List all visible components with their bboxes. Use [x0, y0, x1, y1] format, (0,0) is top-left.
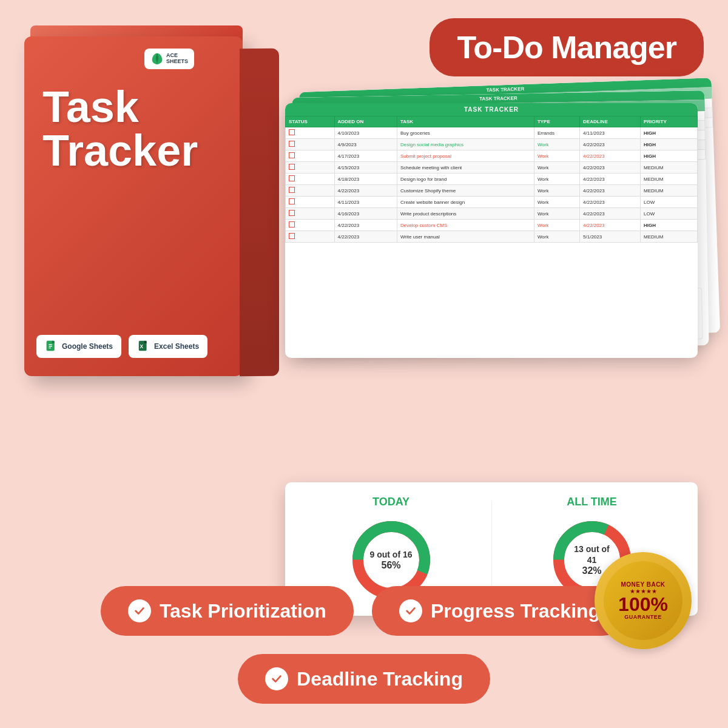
svg-rect-3	[49, 346, 52, 346]
excel-sheets-badge: X Excel Sheets	[129, 335, 207, 358]
spreadsheet-header: TASK TRACKER	[285, 103, 698, 116]
checkmark-svg-2	[404, 604, 417, 618]
money-back-line1: MONEY BACK	[621, 581, 665, 588]
today-count: 9 out of 16	[370, 549, 413, 560]
donut-divider	[491, 500, 492, 598]
box-badges: Google Sheets X Excel Sheets	[36, 335, 207, 358]
excel-sheets-label: Excel Sheets	[154, 342, 199, 351]
table-row: 4/22/2023Customize Shopify themeWork4/22…	[286, 185, 698, 197]
money-back-line2: GUARANTEE	[624, 614, 662, 620]
checkbox[interactable]	[289, 141, 295, 147]
checkbox[interactable]	[289, 187, 295, 193]
task-prioritization-text: Task Prioritization	[160, 600, 326, 622]
svg-rect-2	[49, 344, 52, 345]
checkmark-svg-3	[270, 672, 283, 686]
today-title: TODAY	[304, 496, 479, 508]
box-title-line2: Tracker	[42, 129, 198, 172]
task-prioritization-badge: Task Prioritization	[101, 586, 354, 636]
table-row: 4/16/2023Write product descriptionsWork4…	[286, 208, 698, 220]
deadline-tracking-badge: Deadline Tracking	[238, 654, 490, 704]
col-added: ADDED ON	[334, 116, 397, 127]
product-box: ACE SHEETS Task Tracker Google Sh	[24, 36, 279, 388]
checkbox[interactable]	[289, 164, 295, 170]
checkbox[interactable]	[289, 221, 295, 228]
svg-text:X: X	[140, 344, 144, 349]
header-title: To-Do Manager	[457, 29, 676, 66]
box-logo: ACE SHEETS	[144, 49, 194, 69]
money-back-inner: MONEY BACK ★★★★★ 100% GUARANTEE	[604, 561, 682, 640]
google-sheets-icon	[45, 340, 58, 353]
google-sheets-label: Google Sheets	[62, 342, 113, 351]
col-task: TASK	[397, 116, 534, 127]
table-row: 4/18/2023Design logo for brandWork4/22/2…	[286, 174, 698, 185]
progress-tracking-badge: Progress Tracking	[372, 586, 627, 636]
progress-tracking-text: Progress Tracking	[431, 600, 600, 622]
header-banner: To-Do Manager	[430, 18, 704, 76]
table-row: 4/9/2023Design social media graphicsWork…	[286, 139, 698, 150]
checkbox[interactable]	[289, 152, 295, 158]
table-row: 4/22/2023Develop custom CMSWork4/22/2023…	[286, 220, 698, 231]
box-title: Task Tracker	[42, 85, 198, 172]
table-row: 4/10/2023Buy groceriesErrands4/11/2023HI…	[286, 127, 698, 139]
alltime-title: ALL TIME	[505, 496, 679, 508]
svg-rect-4	[49, 348, 51, 348]
excel-sheets-icon: X	[137, 340, 150, 353]
money-back-badge: MONEY BACK ★★★★★ 100% GUARANTEE	[595, 552, 692, 649]
table-row: 4/11/2023Create website banner designWor…	[286, 197, 698, 208]
logo-text: ACE SHEETS	[166, 53, 188, 65]
checkbox[interactable]	[289, 210, 295, 216]
box-side	[240, 49, 279, 377]
check-icon-2	[399, 599, 422, 622]
google-sheets-badge: Google Sheets	[36, 335, 121, 358]
money-back-percentage: 100%	[618, 595, 668, 614]
table-row: 4/15/2023Schedule meeting with clientWor…	[286, 162, 698, 174]
ace-sheets-logo-icon	[150, 52, 164, 66]
checkbox[interactable]	[289, 198, 295, 204]
table-row: 4/22/2023Write user manualWork5/1/2023ME…	[286, 231, 698, 243]
box-main: ACE SHEETS Task Tracker Google Sh	[24, 36, 243, 376]
col-deadline: DEADLINE	[580, 116, 641, 127]
deadline-tracking-text: Deadline Tracking	[297, 668, 463, 690]
checkmark-svg-1	[133, 604, 146, 618]
checkbox[interactable]	[289, 233, 295, 239]
today-pct: 56%	[370, 560, 413, 571]
check-icon-1	[128, 599, 151, 622]
check-icon-3	[265, 667, 288, 690]
checkbox[interactable]	[289, 129, 295, 135]
spreadsheet-front: TASK TRACKER STATUS ADDED ON TASK TYPE D…	[285, 103, 698, 358]
col-status: STATUS	[286, 116, 335, 127]
col-type: TYPE	[534, 116, 579, 127]
col-priority: PRIORITY	[641, 116, 698, 127]
checkbox[interactable]	[289, 175, 295, 181]
money-back-outer: MONEY BACK ★★★★★ 100% GUARANTEE	[595, 552, 692, 649]
box-title-line1: Task	[42, 85, 198, 129]
table-row: 4/17/2023Submit project proposalWork4/22…	[286, 150, 698, 162]
